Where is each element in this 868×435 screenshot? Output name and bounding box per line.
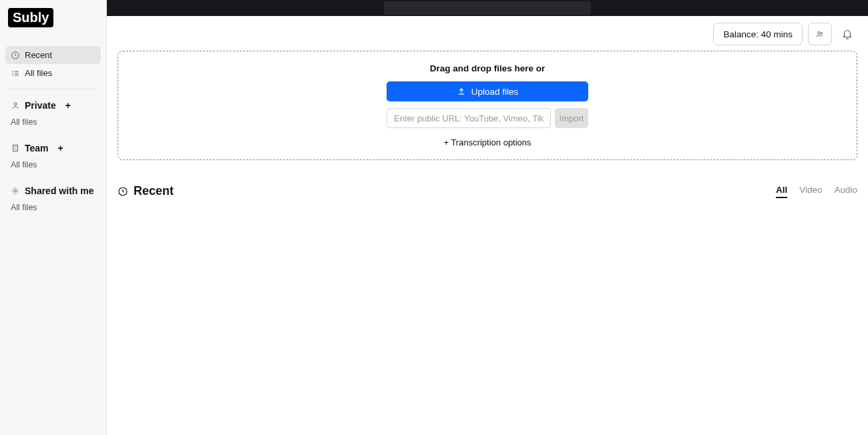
person-icon xyxy=(11,101,20,110)
section-header: Recent All Video Audio xyxy=(118,184,857,198)
logo[interactable]: Subly xyxy=(8,8,53,27)
upload-icon xyxy=(457,87,466,96)
upload-files-button[interactable]: Upload files xyxy=(387,81,588,101)
sidebar-section-label: Team xyxy=(25,143,49,153)
topbar xyxy=(107,0,868,16)
clock-icon xyxy=(118,186,128,197)
dropzone[interactable]: Drag and drop files here or Upload files… xyxy=(118,51,857,160)
sidebar-item-label: Recent xyxy=(25,50,52,60)
sidebar-item-all-files[interactable]: All files xyxy=(5,64,101,82)
plus-icon[interactable]: + xyxy=(58,143,63,153)
filter-tab-all[interactable]: All xyxy=(776,185,787,198)
sidebar-section-team[interactable]: Team + xyxy=(5,139,101,157)
sidebar-section-private[interactable]: Private + xyxy=(5,96,101,115)
divider xyxy=(8,89,98,89)
section-title: Recent xyxy=(118,184,174,198)
filter-tabs: All Video Audio xyxy=(776,185,857,198)
sidebar-item-recent[interactable]: Recent xyxy=(5,46,101,64)
gear-icon xyxy=(11,186,20,195)
sidebar-item-private-all[interactable]: All files xyxy=(5,115,101,129)
sidebar-section-label: Private xyxy=(25,100,56,111)
upload-button-label: Upload files xyxy=(471,87,519,97)
sidebar-section-shared[interactable]: Shared with me xyxy=(5,181,101,200)
sidebar-item-label: All files xyxy=(25,68,52,78)
sidebar-item-shared-all[interactable]: All files xyxy=(5,200,101,215)
sidebar-section-label: Shared with me xyxy=(25,185,93,196)
filter-tab-video[interactable]: Video xyxy=(799,185,822,198)
section-title-text: Recent xyxy=(134,184,174,198)
svg-point-1 xyxy=(14,103,17,105)
main: Drag and drop files here or Upload files… xyxy=(107,16,868,435)
list-icon xyxy=(11,69,20,78)
url-input[interactable] xyxy=(387,108,551,128)
sidebar-item-team-all[interactable]: All files xyxy=(5,157,101,172)
transcription-options-link[interactable]: + Transcription options xyxy=(443,137,531,147)
clock-icon xyxy=(11,51,20,60)
svg-point-3 xyxy=(14,189,17,192)
dropzone-text: Drag and drop files here or xyxy=(430,63,546,73)
building-icon xyxy=(11,143,20,153)
topbar-search[interactable] xyxy=(384,1,591,15)
filter-tab-audio[interactable]: Audio xyxy=(834,185,857,198)
sidebar: Subly Recent All files Private + All fil… xyxy=(0,0,107,435)
plus-icon[interactable]: + xyxy=(65,100,71,111)
import-button[interactable]: Import xyxy=(555,108,588,128)
svg-rect-2 xyxy=(13,145,18,151)
